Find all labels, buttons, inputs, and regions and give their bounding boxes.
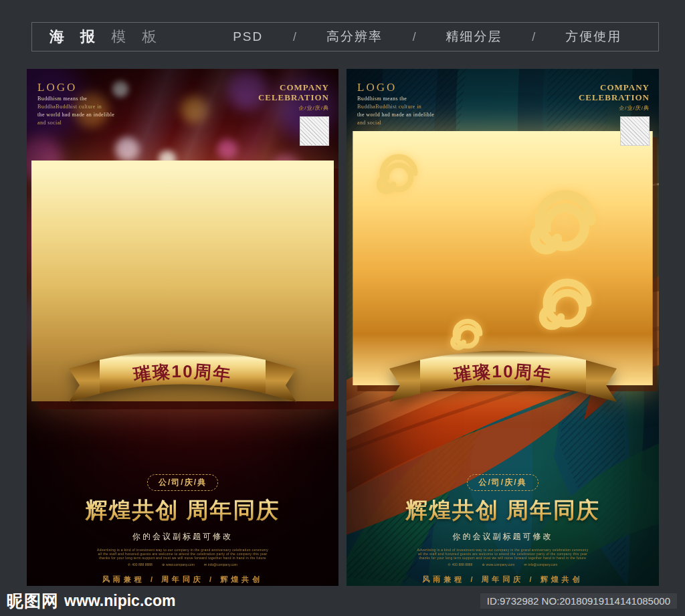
contact-phone-text: 400 888 8888 bbox=[132, 562, 153, 567]
contact-web-text: www.company.com bbox=[166, 562, 195, 567]
celebration-badge: 公/司/庆/典 bbox=[147, 474, 218, 491]
feature-layered: 精细分层 bbox=[446, 28, 502, 45]
feature-separator: / bbox=[532, 30, 535, 44]
brand-title-light: 模 板 bbox=[111, 28, 163, 45]
contact-mail-text: info@company.com bbox=[528, 562, 558, 567]
ribbon-band bbox=[420, 351, 586, 394]
ribbon-tail-left bbox=[69, 359, 104, 402]
poster-preview-teal[interactable]: LOGO Buddhism means the BuddhaBuddhist c… bbox=[347, 69, 659, 586]
ribbon-tail-right bbox=[582, 359, 617, 402]
contact-web: ⊕www.company.com bbox=[162, 562, 195, 567]
logo-tagline: BuddhaBuddhist culture in bbox=[357, 103, 434, 110]
anniversary-ribbon: 璀璨10周年 bbox=[69, 346, 296, 407]
feature-separator: / bbox=[413, 30, 416, 44]
logo-tagline: and social bbox=[357, 119, 434, 126]
poster-headline: 辉煌共创 周年同庆 bbox=[405, 496, 600, 526]
fine-print: Advertising is a kind of investment way … bbox=[89, 548, 276, 560]
contact-phone-text: 400 888 8888 bbox=[452, 562, 473, 567]
logo-text: LOGO bbox=[37, 81, 114, 94]
company-word: COMPANY bbox=[258, 82, 329, 92]
contact-web-text: www.company.com bbox=[486, 562, 515, 567]
globe-icon: ⊕ bbox=[482, 562, 484, 567]
anniversary-ribbon: 璀璨10周年 bbox=[389, 346, 617, 407]
poster-bottom-text: 公/司/庆/典 辉煌共创 周年同庆 你的会议副标题可修改 Advertising… bbox=[347, 474, 659, 586]
phone-icon: ✆ bbox=[448, 562, 451, 567]
poster-bottom-text: 公/司/庆/典 辉煌共创 周年同庆 你的会议副标题可修改 Advertising… bbox=[27, 474, 338, 586]
poster-subtitle: 你的会议副标题可修改 bbox=[347, 531, 659, 542]
company-word: COMPANY bbox=[579, 82, 650, 92]
company-celebration-block: COMPANY CELEBRATION 企/业/庆/典 bbox=[258, 82, 329, 146]
celebration-badge: 公/司/庆/典 bbox=[467, 474, 538, 491]
image-id-label: ID:9732982 NO:20180919114141085000 bbox=[480, 593, 677, 609]
feature-high-resolution: 高分辨率 bbox=[326, 28, 383, 45]
mail-icon: ✉ bbox=[524, 562, 526, 567]
celebration-word: CELEBRATION bbox=[579, 92, 650, 102]
ribbon-band bbox=[100, 351, 266, 394]
poster-headline: 辉煌共创 周年同庆 bbox=[85, 496, 280, 526]
logo-tagline: Buddhism means the bbox=[37, 95, 114, 102]
site-logo-text: 昵图网 bbox=[7, 590, 59, 612]
contact-mail: ✉info@company.com bbox=[524, 562, 557, 567]
poster-subtitle: 你的会议副标题可修改 bbox=[27, 531, 338, 542]
globe-icon: ⊕ bbox=[162, 562, 165, 567]
poster-preview-red[interactable]: LOGO Buddhism means the BuddhaBuddhist c… bbox=[27, 69, 338, 586]
brand-title: 海 报 模 板 bbox=[50, 27, 163, 47]
logo-block: LOGO Buddhism means the BuddhaBuddhist c… bbox=[357, 81, 434, 126]
fine-print-line: thanks for your long term support and tr… bbox=[409, 556, 597, 560]
contact-phone: ✆400 888 8888 bbox=[448, 562, 473, 567]
image-placeholder-square bbox=[300, 116, 329, 146]
fine-print: Advertising is a kind of investment way … bbox=[409, 548, 597, 560]
template-info-bar: 海 报 模 板 PSD / 高分辨率 / 精细分层 / 方便使用 bbox=[31, 22, 659, 52]
contact-phone: ✆400 888 8888 bbox=[128, 562, 153, 567]
company-cn-label: 企/业/庆/典 bbox=[579, 104, 650, 112]
company-celebration-block: COMPANY CELEBRATION 企/业/庆/典 bbox=[579, 82, 650, 146]
fine-print-line: thanks for your long term support and tr… bbox=[89, 556, 276, 560]
logo-text: LOGO bbox=[357, 81, 434, 94]
logo-tagline: the world had made an indelible bbox=[37, 111, 114, 118]
company-cn-label: 企/业/庆/典 bbox=[258, 104, 329, 112]
feature-separator: / bbox=[293, 30, 296, 44]
logo-tagline: BuddhaBuddhist culture in bbox=[37, 103, 114, 110]
image-placeholder-square bbox=[620, 116, 650, 146]
contact-row: ✆400 888 8888 ⊕www.company.com ✉info@com… bbox=[27, 562, 338, 567]
watermark-bar: 昵图网 www.nipic.com ID:9732982 NO:20180919… bbox=[0, 586, 685, 616]
logo-block: LOGO Buddhism means the BuddhaBuddhist c… bbox=[37, 81, 114, 126]
feature-list: PSD / 高分辨率 / 精细分层 / 方便使用 bbox=[203, 28, 652, 45]
contact-mail: ✉info@company.com bbox=[204, 562, 237, 567]
celebration-word: CELEBRATION bbox=[258, 92, 329, 102]
ribbon-tail-left bbox=[389, 359, 424, 402]
flourish-spiral bbox=[535, 271, 599, 335]
logo-tagline: and social bbox=[37, 119, 114, 126]
feature-psd: PSD bbox=[233, 29, 263, 44]
slogan-row: 风雨兼程 / 周年同庆 / 辉煌共创 bbox=[27, 575, 338, 585]
contact-row: ✆400 888 8888 ⊕www.company.com ✉info@com… bbox=[347, 562, 659, 567]
feature-easy-use: 方便使用 bbox=[565, 28, 621, 45]
slogan-row: 风雨兼程 / 周年同庆 / 辉煌共创 bbox=[347, 575, 659, 585]
mail-icon: ✉ bbox=[204, 562, 207, 567]
flourish-spiral bbox=[525, 181, 605, 261]
contact-mail-text: info@company.com bbox=[208, 562, 237, 567]
flourish-spiral bbox=[373, 148, 424, 199]
phone-icon: ✆ bbox=[128, 562, 130, 567]
site-url: www.nipic.com bbox=[64, 592, 176, 610]
logo-tagline: the world had made an indelible bbox=[357, 111, 434, 118]
contact-web: ⊕www.company.com bbox=[482, 562, 514, 567]
logo-tagline: Buddhism means the bbox=[357, 95, 434, 102]
brand-title-bold: 海 报 bbox=[50, 28, 101, 45]
ribbon-tail-right bbox=[262, 359, 296, 402]
